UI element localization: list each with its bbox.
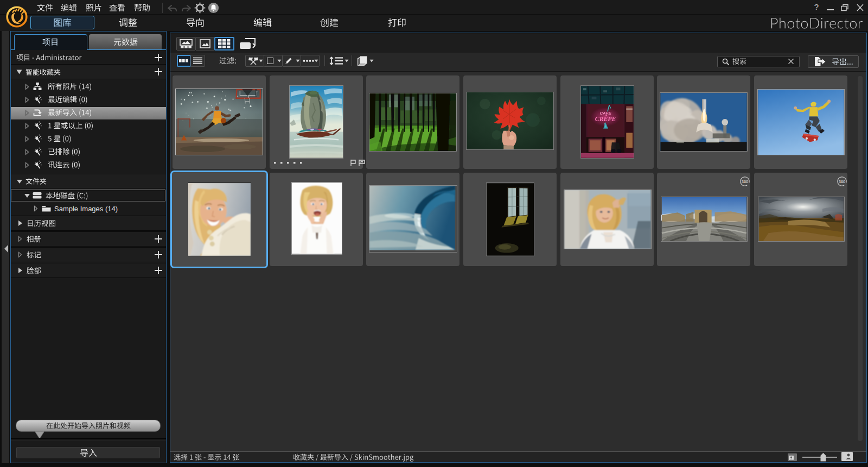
svg-text:CAFE: CAFE (599, 111, 611, 116)
svg-text:360: 360 (742, 179, 749, 184)
svg-text:360: 360 (839, 179, 846, 184)
svg-text:CRÊPE: CRÊPE (595, 115, 616, 123)
